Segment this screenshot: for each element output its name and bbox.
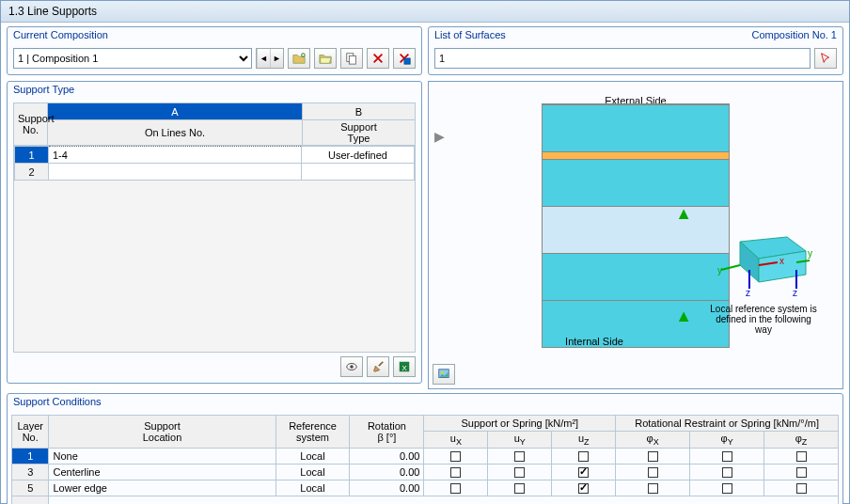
checkbox[interactable] xyxy=(796,467,807,478)
view-button[interactable] xyxy=(340,356,363,377)
checkbox[interactable] xyxy=(578,467,589,478)
svg-rect-2 xyxy=(349,55,355,64)
checkbox[interactable] xyxy=(796,483,807,494)
cell-ux[interactable] xyxy=(424,465,488,480)
checkbox[interactable] xyxy=(648,483,658,494)
cell-rotation[interactable]: 0.00 xyxy=(350,465,424,480)
folder-new-icon xyxy=(292,52,306,65)
excel-icon: X xyxy=(398,360,411,373)
copy-composition-button[interactable] xyxy=(340,48,363,69)
checkbox[interactable] xyxy=(514,467,525,478)
support-type-body[interactable]: 1 1-4 User-defined 2 xyxy=(13,146,416,353)
cell-phix[interactable] xyxy=(616,465,690,480)
checkbox[interactable] xyxy=(578,483,589,494)
cell-uz[interactable] xyxy=(552,480,616,496)
checkbox[interactable] xyxy=(514,451,525,462)
cell-type[interactable]: User-defined xyxy=(302,147,415,164)
col-phiy[interactable]: φY xyxy=(690,432,764,449)
svg-text:y: y xyxy=(808,248,812,259)
checkbox[interactable] xyxy=(722,483,732,494)
cell-phix[interactable] xyxy=(616,449,690,465)
cell-uz[interactable] xyxy=(552,465,616,480)
surfaces-input[interactable] xyxy=(434,48,811,69)
cell-phiz[interactable] xyxy=(764,480,839,496)
col-support-location[interactable]: Support Location xyxy=(49,416,275,449)
checkbox[interactable] xyxy=(722,451,732,462)
checkbox[interactable] xyxy=(450,451,461,462)
cell-phiy[interactable] xyxy=(690,480,764,496)
xml-composition-button[interactable] xyxy=(393,48,416,69)
checkbox[interactable] xyxy=(648,467,658,478)
support-conditions-wrap: Support Conditions Layer No. Support Loc… xyxy=(1,393,849,504)
col-ux[interactable]: uX xyxy=(424,432,488,449)
cell-uy[interactable] xyxy=(488,465,552,480)
checkbox[interactable] xyxy=(648,451,658,462)
empty-row xyxy=(12,496,839,504)
checkbox[interactable] xyxy=(578,451,589,462)
cell-refsys[interactable]: Local xyxy=(275,465,350,480)
cell-refsys[interactable]: Local xyxy=(275,449,350,465)
open-composition-button[interactable] xyxy=(314,48,337,69)
cell-type[interactable] xyxy=(302,164,415,181)
cell-uy[interactable] xyxy=(488,449,552,465)
col-uz[interactable]: uZ xyxy=(552,432,616,449)
composition-next-button[interactable]: ► xyxy=(270,49,283,68)
excel-button[interactable]: X xyxy=(393,356,416,377)
cell-rotation[interactable]: 0.00 xyxy=(350,480,424,496)
window-title: 1.3 Line Supports xyxy=(1,1,849,23)
cell-lines[interactable]: 1-4 xyxy=(49,147,302,164)
cell-phiy[interactable] xyxy=(690,465,764,480)
col-rotation[interactable]: Rotation β [°] xyxy=(350,416,424,449)
cell-uy[interactable] xyxy=(488,480,552,496)
checkbox[interactable] xyxy=(450,483,461,494)
folder-open-icon xyxy=(319,52,332,65)
col-B[interactable]: B xyxy=(303,103,416,120)
condition-row[interactable]: 1NoneLocal0.00 xyxy=(12,449,839,465)
cell-location[interactable]: None xyxy=(49,449,275,465)
col-A[interactable]: A xyxy=(48,103,303,120)
cell-ux[interactable] xyxy=(424,480,488,496)
composition-prev-button[interactable]: ◄ xyxy=(257,49,270,68)
support-row[interactable]: 1 1-4 User-defined xyxy=(15,147,415,164)
cell-uz[interactable] xyxy=(552,449,616,465)
cell-phiz[interactable] xyxy=(764,465,839,480)
col-support-type-h[interactable]: Support Type xyxy=(303,120,416,146)
cell-ux[interactable] xyxy=(424,449,488,465)
composition-spinner[interactable]: ◄ ► xyxy=(256,48,284,69)
checkbox[interactable] xyxy=(514,483,525,494)
cell-refsys[interactable]: Local xyxy=(275,480,350,496)
composition-select[interactable]: 1 | Composition 1 xyxy=(13,48,252,69)
checkbox[interactable] xyxy=(796,451,807,462)
image-settings-button[interactable] xyxy=(433,364,455,385)
col-phiz[interactable]: φZ xyxy=(764,432,839,449)
preview-canvas[interactable]: External Side ▶ ▲ ▲ Internal Side xyxy=(429,82,842,360)
pick-button[interactable] xyxy=(367,356,389,377)
delete-composition-button[interactable] xyxy=(367,48,389,69)
cell-phiy[interactable] xyxy=(690,449,764,465)
preview-panel: External Side ▶ ▲ ▲ Internal Side xyxy=(428,81,843,389)
row-no: 1 xyxy=(12,449,49,465)
condition-row[interactable]: 3CenterlineLocal0.00 xyxy=(12,465,839,480)
pick-surfaces-button[interactable] xyxy=(814,48,837,69)
cell-lines[interactable] xyxy=(49,164,302,181)
cell-rotation[interactable]: 0.00 xyxy=(350,449,424,465)
preview-layers xyxy=(542,103,730,348)
cell-location[interactable]: Lower edge xyxy=(49,480,275,496)
composition-row: 1 | Composition 1 ◄ ► xyxy=(13,48,416,69)
cell-phiz[interactable] xyxy=(764,449,839,465)
col-uy[interactable]: uY xyxy=(488,432,552,449)
cell-phix[interactable] xyxy=(616,480,690,496)
row-no: 5 xyxy=(12,480,49,496)
checkbox[interactable] xyxy=(450,467,461,478)
col-phix[interactable]: φX xyxy=(616,432,690,449)
svg-point-20 xyxy=(441,371,444,374)
support-row[interactable]: 2 xyxy=(15,164,415,181)
condition-row[interactable]: 5Lower edgeLocal0.00 xyxy=(12,480,839,496)
cell-location[interactable]: Centerline xyxy=(49,465,275,480)
col-reference-system[interactable]: Reference system xyxy=(275,416,350,449)
axis-text: Local reference system is defined in the… xyxy=(707,304,820,335)
axis-icon: y x z y z xyxy=(712,232,815,298)
new-composition-button[interactable] xyxy=(288,48,310,69)
col-on-lines[interactable]: On Lines No. xyxy=(48,120,303,146)
checkbox[interactable] xyxy=(722,467,732,478)
